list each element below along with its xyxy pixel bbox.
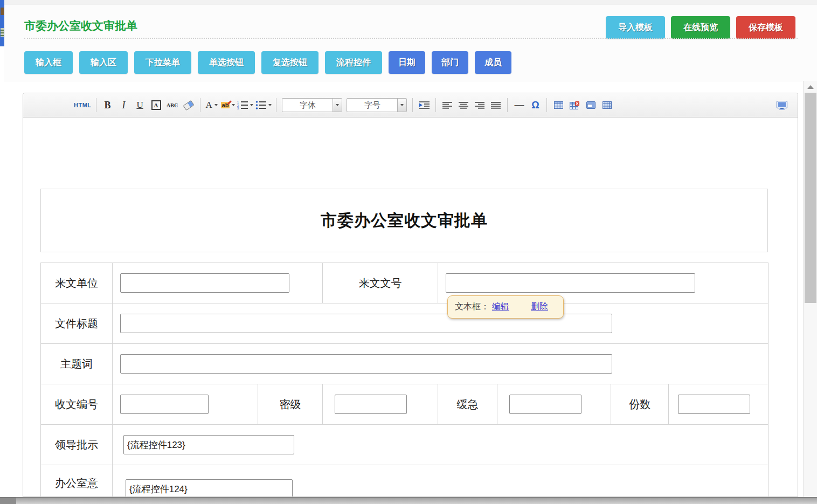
browser-chrome-edge [0,0,817,4]
chevron-down-icon [336,104,339,106]
toolbar-separator [435,98,436,112]
add-dropdown-button[interactable]: 下拉菜单 [134,51,191,74]
vertical-scrollbar[interactable] [803,81,817,504]
table-properties-icon[interactable] [584,98,598,113]
add-radio-button[interactable]: 单选按钮 [198,51,255,74]
field-toolbox: 输入框 输入区 下拉菜单 单选按钮 复选按钮 流程控件 日期 部门 成员 [24,51,511,74]
add-input-box-button[interactable]: 输入框 [24,51,73,74]
label-subject-words: 主题词 [41,344,113,384]
special-character-icon[interactable]: Ω [528,98,542,113]
input-leader-instructions[interactable] [123,435,294,454]
toolbar-separator [546,98,547,112]
add-textarea-button[interactable]: 输入区 [79,51,128,74]
add-checkbox-button[interactable]: 复选按钮 [261,51,319,74]
table-row: 领导批示 [41,425,768,465]
chevron-down-icon [214,104,218,106]
label-doc-title: 文件标题 [41,303,113,344]
input-copies[interactable] [678,395,750,414]
add-date-button[interactable]: 日期 [389,51,425,74]
label-urgency: 缓急 [438,384,497,425]
label-doc-number: 来文文号 [323,263,438,303]
align-right-icon[interactable] [473,98,487,113]
indent-icon[interactable] [417,98,431,113]
editor-canvas[interactable]: 市委办公室收文审批单 来文单位 来文文号 文件标题 主 [23,118,798,496]
taskbar-corner [0,498,16,504]
toolbar-separator [412,98,413,112]
save-template-button[interactable]: 保存模板 [736,16,795,39]
highlight-color-icon[interactable]: ab [221,98,236,113]
bold-icon[interactable]: B [101,98,115,113]
input-secrecy-level[interactable] [335,395,407,414]
toolbar-separator [276,98,276,112]
editor-toolbar: HTML B I U A ABC A ab 1 2 3 [23,93,798,118]
input-receive-number[interactable] [120,395,209,414]
table-row: 主题词 [41,344,768,384]
chevron-down-icon [250,104,253,106]
form-title-box: 市委办公室收文审批单 [40,189,768,252]
font-family-select[interactable]: 字体 [282,98,342,112]
pencil-icon [227,100,232,105]
scrollbar-thumb[interactable] [805,93,816,303]
chevron-down-icon [400,104,404,106]
delete-table-icon[interactable] [567,98,581,113]
table-row: 办公室意 [41,465,768,498]
label-copies: 份数 [611,384,669,425]
input-office-opinion[interactable] [126,479,293,497]
form-title: 市委办公室收文审批单 [321,210,488,232]
label-receive-number: 收文编号 [41,384,113,425]
toolbar-separator [507,98,508,112]
import-template-button[interactable]: 导入模板 [606,16,665,39]
edit-field-link[interactable]: 编辑 [492,301,509,313]
add-member-button[interactable]: 成员 [475,51,511,74]
field-action-tooltip: 文本框： 编辑 删除 [447,295,564,319]
page-title: 市委办公室收文审批单 [24,18,137,33]
align-center-icon[interactable] [456,98,470,113]
delete-field-link[interactable]: 删除 [531,301,548,313]
input-doc-number[interactable] [446,273,695,293]
add-department-button[interactable]: 部门 [432,51,468,74]
scroll-up-icon[interactable] [807,85,814,89]
approval-form-table: 来文单位 来文文号 文件标题 主题词 收文编号 密级 [40,263,768,497]
remove-format-icon[interactable] [182,98,196,113]
chevron-down-icon [268,104,272,106]
background-window-icon [1,8,4,15]
online-preview-button[interactable]: 在线预览 [671,16,730,39]
toolbar-separator [200,98,200,112]
input-urgency[interactable] [509,395,581,414]
label-secrecy-level: 密级 [258,384,323,425]
table-row: 来文单位 来文文号 [41,263,768,303]
ordered-list-icon[interactable]: 1 2 3 [237,98,253,113]
svg-text:3: 3 [237,107,239,109]
template-editor-screen: 市委办公室收文审批单 导入模板 在线预览 保存模板 输入框 输入区 下拉菜单 单… [0,0,817,504]
table-row: 文件标题 [41,303,768,344]
strikethrough-icon[interactable]: ABC [165,98,179,113]
label-sender-unit: 来文单位 [41,263,113,303]
background-window-icon [1,28,4,37]
background-window-edge [0,0,4,46]
fullscreen-icon[interactable] [775,98,789,113]
taskbar-edge [0,497,817,504]
input-subject-words[interactable] [120,354,612,374]
add-flow-control-button[interactable]: 流程控件 [325,51,382,74]
tooltip-label: 文本框： [455,301,489,313]
align-justify-icon[interactable] [489,98,503,113]
source-code-icon[interactable]: HTML [74,98,92,113]
cell-properties-icon[interactable] [600,98,614,113]
insert-table-icon[interactable] [551,98,565,113]
italic-icon[interactable]: I [117,98,131,113]
header-actions: 导入模板 在线预览 保存模板 [606,16,795,39]
toolbar-separator [96,98,96,112]
chevron-down-icon [232,104,235,106]
label-leader-instructions: 领导批示 [41,425,113,465]
horizontal-rule-icon[interactable]: — [512,98,526,113]
font-color-icon[interactable]: A [205,98,219,113]
font-size-select[interactable]: 字号 [347,98,407,112]
table-row: 收文编号 密级 缓急 份数 [41,384,768,425]
align-left-icon[interactable] [440,98,454,113]
label-office-opinion: 办公室意 [41,465,113,498]
underline-icon[interactable]: U [133,98,147,113]
format-block-icon[interactable]: A [149,98,163,113]
input-sender-unit[interactable] [120,273,289,293]
unordered-list-icon[interactable] [255,98,272,113]
rich-text-editor: HTML B I U A ABC A ab 1 2 3 [23,93,798,497]
